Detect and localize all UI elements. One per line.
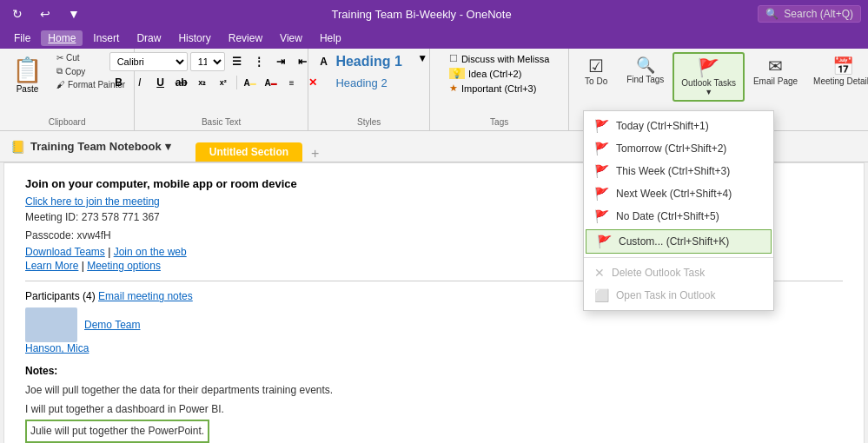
find-tags-button[interactable]: 🔍 Find Tags bbox=[620, 52, 671, 88]
styles-label: Styles bbox=[357, 117, 381, 127]
font-row: Calibri 11 ☰ ⋮ ⇥ ⇤ A bbox=[109, 52, 334, 71]
passcode-label: Passcode: bbox=[25, 229, 76, 241]
section-tab[interactable]: Untitled Section bbox=[195, 142, 302, 162]
menu-help[interactable]: Help bbox=[313, 30, 348, 46]
add-section-button[interactable]: + bbox=[308, 146, 322, 162]
outlook-tasks-icon: 🚩 bbox=[698, 57, 719, 78]
basic-text-section: Calibri 11 ☰ ⋮ ⇥ ⇤ A B I U ab x₂ x² A▬ bbox=[135, 49, 308, 130]
delete-label: Delete Outlook Task bbox=[612, 267, 705, 279]
join-web-link[interactable]: Join on the web bbox=[114, 246, 187, 258]
meeting-id-value: 273 578 771 367 bbox=[82, 211, 160, 223]
bold-button[interactable]: B bbox=[109, 74, 129, 91]
menu-draw[interactable]: Draw bbox=[129, 30, 168, 46]
highlight-button[interactable]: A▬ bbox=[241, 74, 260, 91]
note3-line: Julie will put together the PowerPoint. bbox=[25, 420, 843, 443]
email-page-button[interactable]: ✉ Email Page bbox=[746, 52, 805, 89]
tag-idea[interactable]: 💡 Idea (Ctrl+2) bbox=[446, 67, 525, 80]
idea-icon: 💡 bbox=[449, 68, 465, 79]
menu-history[interactable]: History bbox=[171, 30, 217, 46]
nextweek-label: Next Week (Ctrl+Shift+4) bbox=[616, 188, 732, 200]
underline-button[interactable]: U bbox=[151, 74, 170, 91]
participant2-link[interactable]: Hanson, Mica bbox=[25, 342, 89, 354]
dropdown-tomorrow[interactable]: 🚩 Tomorrow (Ctrl+Shift+2) bbox=[584, 137, 773, 160]
dropdown-open: ⬜ Open Task in Outlook bbox=[584, 284, 773, 307]
heading2-style[interactable]: Heading 2 bbox=[328, 75, 394, 91]
superscript-button[interactable]: x² bbox=[214, 74, 233, 91]
notebook-icon: 📒 bbox=[10, 140, 25, 154]
menu-view[interactable]: View bbox=[273, 30, 309, 46]
discuss-label: Discuss with Melissa bbox=[461, 54, 549, 64]
tag-discuss[interactable]: ☐ Discuss with Melissa bbox=[446, 52, 553, 65]
notebook-name[interactable]: Training Team Notebook ▾ bbox=[30, 140, 171, 153]
font-color-button[interactable]: A▬ bbox=[262, 74, 281, 91]
notes-section: Notes: Joe will pull together the data f… bbox=[25, 365, 843, 443]
dropdown-nodate[interactable]: 🚩 No Date (Ctrl+Shift+5) bbox=[584, 205, 773, 228]
nextweek-flag-icon: 🚩 bbox=[594, 187, 609, 201]
important-icon: ★ bbox=[449, 83, 458, 94]
paste-button[interactable]: 📋 Paste bbox=[5, 52, 50, 97]
find-tags-label: Find Tags bbox=[626, 75, 664, 84]
styles-content: Heading 1 Heading 2 bbox=[328, 52, 408, 114]
nodate-label: No Date (Ctrl+Shift+5) bbox=[616, 210, 719, 222]
search-box[interactable]: 🔍 Search (Alt+Q) bbox=[758, 5, 861, 23]
meeting-options-link[interactable]: Meeting options bbox=[87, 260, 161, 272]
menu-insert[interactable]: Insert bbox=[86, 30, 126, 46]
outlook-tasks-label: Outlook Tasks bbox=[681, 78, 736, 88]
email-notes-link[interactable]: Email meeting notes bbox=[98, 290, 193, 302]
thisweek-label: This Week (Ctrl+Shift+3) bbox=[616, 165, 730, 177]
download-teams-link[interactable]: Download Teams bbox=[25, 246, 105, 258]
menu-review[interactable]: Review bbox=[222, 30, 269, 46]
dropdown-separator bbox=[584, 257, 773, 258]
participant2-line: Hanson, Mica bbox=[25, 342, 843, 354]
styles-section: Heading 1 Heading 2 Styles ▼ bbox=[308, 49, 430, 130]
today-flag-icon: 🚩 bbox=[594, 119, 609, 133]
open-label: Open Task in Outlook bbox=[616, 289, 716, 301]
tomorrow-label: Tomorrow (Ctrl+Shift+2) bbox=[616, 142, 726, 155]
todo-button[interactable]: ☑ To Do bbox=[574, 52, 618, 89]
numberedlist-button[interactable]: ⋮ bbox=[249, 53, 268, 70]
tags-content: ☐ Discuss with Melissa 💡 Idea (Ctrl+2) ★… bbox=[446, 52, 553, 114]
dropdown-nextweek[interactable]: 🚩 Next Week (Ctrl+Shift+4) bbox=[584, 182, 773, 205]
tags-section: ☐ Discuss with Melissa 💡 Idea (Ctrl+2) ★… bbox=[430, 49, 569, 130]
meeting-details-button[interactable]: 📅 Meeting Details bbox=[806, 52, 868, 89]
list-button[interactable]: ☰ bbox=[228, 53, 247, 70]
join-link[interactable]: Click here to join the meeting bbox=[25, 195, 160, 208]
cut-icon: ✂ bbox=[56, 53, 63, 63]
format-row: B I U ab x₂ x² A▬ A▬ ≡ ✕ bbox=[109, 74, 322, 91]
learn-more-link[interactable]: Learn More bbox=[25, 260, 78, 272]
meeting-id-label: Meeting ID: bbox=[25, 211, 82, 223]
tag-important[interactable]: ★ Important (Ctrl+3) bbox=[446, 82, 540, 95]
heading1-style[interactable]: Heading 1 bbox=[328, 52, 408, 71]
quick-access-button[interactable]: ▼ bbox=[63, 5, 85, 23]
notebook-dropdown-icon: ▾ bbox=[165, 140, 171, 153]
font-size-select[interactable]: 11 bbox=[190, 52, 225, 71]
search-icon: 🔍 bbox=[765, 8, 779, 20]
styles-expand-button[interactable]: ▼ bbox=[417, 52, 427, 64]
back-button[interactable]: ↻ bbox=[7, 5, 28, 23]
undo-button[interactable]: ↩ bbox=[35, 5, 56, 23]
open-icon: ⬜ bbox=[594, 288, 609, 302]
indent-increase-button[interactable]: ⇥ bbox=[271, 53, 290, 70]
menu-home[interactable]: Home bbox=[41, 30, 83, 46]
participant1-link[interactable]: Demo Team bbox=[84, 319, 140, 331]
participant1-row: Demo Team bbox=[25, 307, 843, 342]
align-button[interactable]: ≡ bbox=[282, 74, 301, 91]
find-tags-icon: 🔍 bbox=[636, 56, 655, 75]
title-bar-right: 🔍 Search (Alt+Q) bbox=[758, 5, 861, 23]
menu-file[interactable]: File bbox=[7, 30, 37, 46]
dropdown-delete: ✕ Delete Outlook Task bbox=[584, 261, 773, 284]
font-family-select[interactable]: Calibri bbox=[109, 52, 188, 71]
strikethrough-button[interactable]: ab bbox=[172, 74, 191, 91]
email-page-label: Email Page bbox=[753, 76, 798, 86]
title-bar: ↻ ↩ ▼ Training Team Bi-Weekly - OneNote … bbox=[0, 0, 868, 28]
format-painter-icon: 🖌 bbox=[56, 80, 65, 89]
dropdown-today[interactable]: 🚩 Today (Ctrl+Shift+1) bbox=[584, 115, 773, 137]
notes-label: Notes: bbox=[25, 365, 843, 377]
dropdown-thisweek[interactable]: 🚩 This Week (Ctrl+Shift+3) bbox=[584, 160, 773, 182]
title-bar-left: ↻ ↩ ▼ bbox=[7, 5, 85, 23]
outlook-tasks-button[interactable]: 🚩 Outlook Tasks ▼ bbox=[673, 52, 745, 102]
italic-button[interactable]: I bbox=[130, 74, 149, 91]
subscript-button[interactable]: x₂ bbox=[193, 74, 212, 91]
clipboard-label: Clipboard bbox=[49, 117, 86, 127]
dropdown-custom[interactable]: 🚩 Custom... (Ctrl+Shift+K) bbox=[586, 229, 772, 254]
